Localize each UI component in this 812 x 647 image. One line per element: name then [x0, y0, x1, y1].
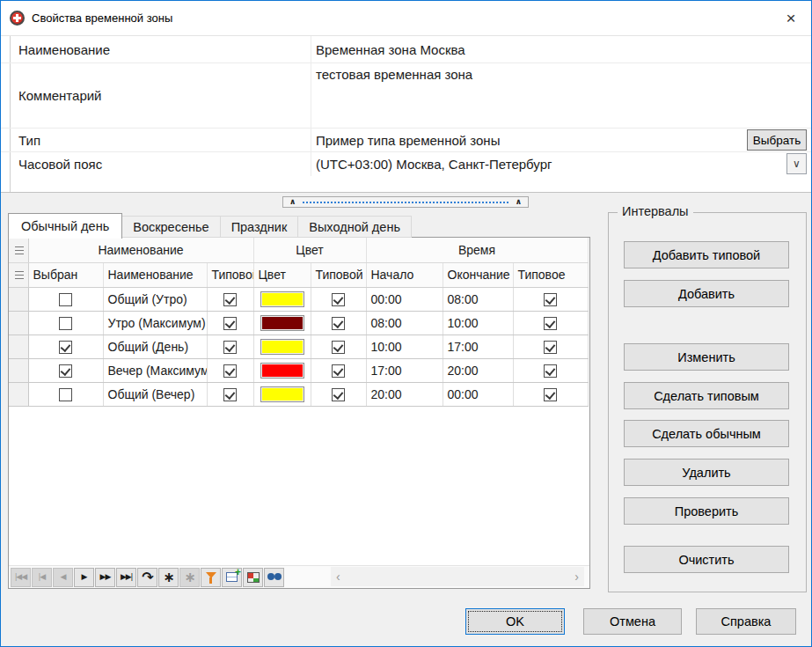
- typical-color-cell[interactable]: [311, 287, 366, 311]
- color-swatch[interactable]: [260, 339, 304, 355]
- color-swatch[interactable]: [260, 363, 304, 379]
- checkbox[interactable]: [544, 293, 557, 306]
- clear-button[interactable]: Очистить: [624, 546, 789, 573]
- add-record-button[interactable]: [222, 568, 242, 587]
- typical-time-cell[interactable]: [513, 358, 588, 382]
- choose-type-button[interactable]: Выбрать: [747, 129, 807, 151]
- start-time-cell[interactable]: 17:00: [366, 358, 443, 382]
- col-header-typical-name[interactable]: Типовой: [207, 262, 253, 287]
- typical-color-cell[interactable]: [311, 311, 366, 335]
- typical-name-cell[interactable]: [207, 287, 253, 311]
- refresh-button[interactable]: ↷: [137, 568, 157, 587]
- group-header-time[interactable]: Время: [366, 238, 588, 262]
- tab-holiday[interactable]: Праздник: [221, 216, 299, 238]
- interval-row[interactable]: Общий (Вечер)20:0000:00: [9, 382, 588, 406]
- tab-day-off[interactable]: Выходной день: [298, 216, 412, 238]
- next-page-button[interactable]: ▶▶: [95, 568, 115, 587]
- selected-cell[interactable]: [28, 335, 103, 358]
- color-cell[interactable]: [253, 358, 311, 382]
- col-header-typical-color[interactable]: Типовой: [311, 262, 366, 287]
- checkbox[interactable]: [332, 388, 345, 401]
- typical-color-cell[interactable]: [311, 358, 366, 382]
- checkbox[interactable]: [332, 341, 345, 354]
- color-settings-button[interactable]: [243, 568, 263, 587]
- cancel-button[interactable]: Отмена: [583, 608, 682, 635]
- checkbox[interactable]: [59, 388, 72, 401]
- start-time-cell[interactable]: 00:00: [366, 287, 443, 311]
- color-swatch[interactable]: [260, 315, 304, 331]
- typical-color-cell[interactable]: [311, 335, 366, 358]
- end-time-cell[interactable]: 10:00: [443, 311, 513, 335]
- typical-time-cell[interactable]: [513, 311, 588, 335]
- verify-button[interactable]: Проверить: [624, 497, 789, 525]
- last-record-button[interactable]: ▶▶|: [116, 568, 136, 587]
- interval-row[interactable]: Общий (Утро)00:0008:00: [9, 287, 588, 311]
- interval-name-cell[interactable]: Вечер (Максимум): [103, 358, 207, 382]
- name-value-field[interactable]: Временная зона Москва: [311, 36, 811, 62]
- interval-row[interactable]: Вечер (Максимум)17:0020:00: [9, 358, 588, 382]
- filter-button[interactable]: [201, 568, 221, 587]
- typical-time-cell[interactable]: [513, 335, 588, 358]
- checkbox[interactable]: [332, 317, 345, 330]
- checkbox[interactable]: [332, 293, 345, 306]
- col-header-name[interactable]: Наименование: [103, 262, 207, 287]
- col-header-start[interactable]: Начало: [366, 262, 443, 287]
- make-regular-button[interactable]: Сделать обычным: [624, 420, 789, 447]
- typical-name-cell[interactable]: [207, 358, 253, 382]
- delete-button[interactable]: Удалить: [624, 459, 789, 486]
- type-value-field[interactable]: Пример типа временной зоны Выбрать: [311, 129, 811, 151]
- add-typical-button[interactable]: Добавить типовой: [624, 241, 789, 268]
- timezone-dropdown-button[interactable]: ∨: [786, 153, 807, 174]
- typical-color-cell[interactable]: [311, 382, 366, 406]
- typical-name-cell[interactable]: [207, 382, 253, 406]
- typical-time-cell[interactable]: [513, 382, 588, 406]
- close-button[interactable]: ×: [771, 1, 811, 35]
- start-time-cell[interactable]: 08:00: [366, 311, 443, 335]
- tab-regular-day[interactable]: Обычный день: [8, 213, 122, 239]
- checkbox[interactable]: [223, 317, 237, 330]
- grid-menu-icon[interactable]: [9, 262, 28, 287]
- color-cell[interactable]: [253, 382, 311, 406]
- color-swatch[interactable]: [260, 291, 304, 307]
- checkbox[interactable]: [544, 341, 557, 354]
- col-header-end[interactable]: Окончание: [443, 262, 513, 287]
- grid-menu-icon[interactable]: [9, 238, 28, 262]
- checkbox[interactable]: [59, 317, 72, 330]
- typical-name-cell[interactable]: [207, 311, 253, 335]
- scroll-right-icon[interactable]: ›: [574, 570, 579, 584]
- color-swatch[interactable]: [260, 386, 304, 402]
- interval-name-cell[interactable]: Общий (Утро): [103, 287, 207, 311]
- collapse-splitter[interactable]: ∧ ∧: [282, 196, 529, 208]
- color-cell[interactable]: [253, 287, 311, 311]
- checkbox[interactable]: [544, 317, 557, 330]
- selected-cell[interactable]: [28, 311, 103, 335]
- interval-name-cell[interactable]: Общий (Вечер): [103, 382, 207, 406]
- timezone-value-field[interactable]: (UTC+03:00) Москва, Санкт-Петербург ∨: [311, 152, 811, 176]
- add-button[interactable]: Добавить: [624, 280, 789, 307]
- color-cell[interactable]: [253, 311, 311, 335]
- checkbox[interactable]: [223, 364, 237, 378]
- horizontal-scrollbar[interactable]: ‹ ›: [331, 567, 584, 586]
- interval-name-cell[interactable]: Утро (Максимум): [103, 311, 207, 335]
- end-time-cell[interactable]: 08:00: [443, 287, 513, 311]
- typical-time-cell[interactable]: [513, 287, 588, 311]
- end-time-cell[interactable]: 20:00: [443, 358, 513, 382]
- interval-row[interactable]: Общий (День)10:0017:00: [9, 335, 588, 358]
- checkbox[interactable]: [59, 341, 72, 354]
- selected-cell[interactable]: [28, 287, 103, 311]
- col-header-selected[interactable]: Выбран: [28, 262, 103, 287]
- selected-cell[interactable]: [28, 358, 103, 382]
- help-button[interactable]: Справка: [696, 608, 796, 635]
- comment-value-field[interactable]: тестовая временная зона: [311, 63, 811, 128]
- col-header-color[interactable]: Цвет: [253, 262, 311, 287]
- edit-button[interactable]: Изменить: [624, 343, 789, 371]
- group-header-color[interactable]: Цвет: [253, 238, 366, 262]
- checkbox[interactable]: [223, 388, 237, 401]
- make-typical-button[interactable]: Сделать типовым: [624, 382, 789, 409]
- checkbox[interactable]: [59, 364, 72, 378]
- next-record-button[interactable]: ▶: [74, 568, 94, 587]
- color-cell[interactable]: [253, 335, 311, 358]
- selected-cell[interactable]: [28, 382, 103, 406]
- scroll-left-icon[interactable]: ‹: [336, 570, 340, 584]
- checkbox[interactable]: [332, 364, 345, 378]
